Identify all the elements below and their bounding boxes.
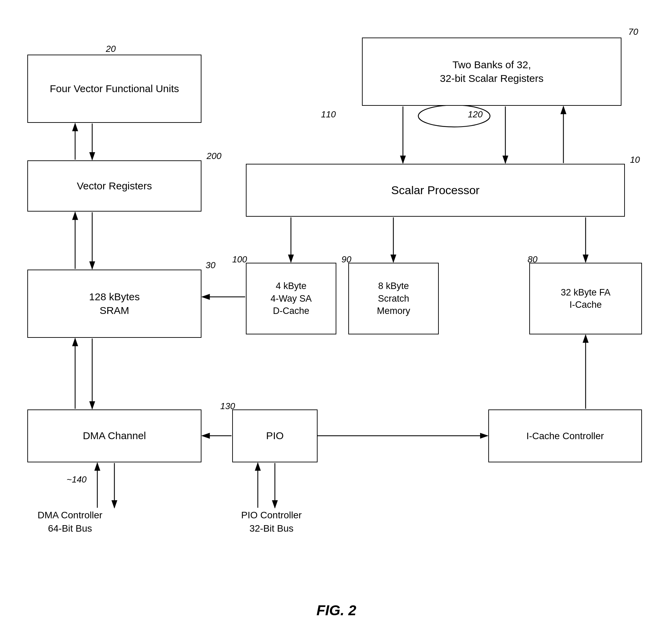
sram-box: 128 kBytesSRAM — [27, 270, 201, 338]
ref-110: 110 — [321, 109, 336, 120]
vector-registers-box: Vector Registers — [27, 160, 201, 212]
ref-200: 200 — [207, 151, 221, 161]
scalar-processor-label: Scalar Processor — [391, 183, 480, 198]
ref-20: 20 — [106, 44, 116, 54]
sram-label: 128 kBytesSRAM — [89, 290, 140, 318]
two-banks-box: Two Banks of 32,32-bit Scalar Registers — [362, 38, 621, 106]
ref-120: 120 — [468, 109, 482, 120]
ref-30: 30 — [206, 260, 215, 271]
pio-box: PIO — [232, 409, 318, 462]
two-banks-label: Two Banks of 32,32-bit Scalar Registers — [440, 58, 543, 86]
dcache-box: 4 kByte4-Way SAD-Cache — [246, 263, 336, 334]
icache-label: 32 kByte FAI-Cache — [561, 286, 611, 311]
ref-100: 100 — [232, 254, 247, 265]
ref-80: 80 — [528, 254, 537, 265]
four-vector-label: Four Vector Functional Units — [50, 82, 179, 96]
ref-10: 10 — [630, 155, 640, 165]
diagram: Four Vector Functional Units Two Banks o… — [0, 0, 672, 634]
dma-channel-box: DMA Channel — [27, 409, 201, 462]
icache-controller-label: I-Cache Controller — [526, 430, 604, 443]
pio-controller-text: PIO Controller32-Bit Bus — [225, 508, 318, 535]
ref-90: 90 — [341, 254, 351, 265]
dma-controller-text: DMA Controller64-Bit Bus — [27, 508, 113, 535]
vector-registers-label: Vector Registers — [77, 179, 152, 193]
icache-box: 32 kByte FAI-Cache — [529, 263, 642, 334]
ref-70: 70 — [628, 27, 638, 37]
ref-130: 130 — [220, 401, 235, 412]
dcache-label: 4 kByte4-Way SAD-Cache — [270, 280, 312, 317]
icache-controller-box: I-Cache Controller — [488, 409, 642, 462]
dma-channel-label: DMA Channel — [83, 429, 146, 443]
four-vector-box: Four Vector Functional Units — [27, 55, 201, 123]
scratch-label: 8 kByteScratchMemory — [377, 280, 410, 317]
fig-label: FIG. 2 — [302, 602, 370, 619]
scratch-box: 8 kByteScratchMemory — [348, 263, 439, 334]
ref-140: ~140 — [67, 474, 87, 485]
pio-label: PIO — [266, 429, 284, 443]
scalar-processor-box: Scalar Processor — [246, 164, 625, 217]
